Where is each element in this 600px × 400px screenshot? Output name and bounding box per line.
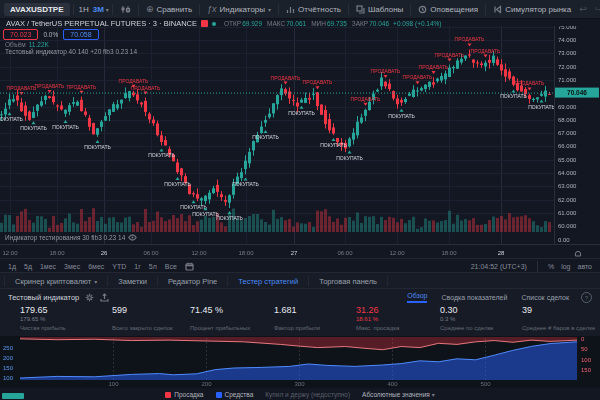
- fx-icon: ƒx: [207, 4, 217, 14]
- range-button[interactable]: 6мес: [88, 263, 104, 270]
- percent-scale-button[interactable]: %: [548, 263, 554, 270]
- reports-label: Отчётность: [298, 5, 341, 14]
- change-value: +0.098 (+0.14%): [393, 20, 441, 27]
- templates-label: Шаблоны: [368, 5, 403, 14]
- candlestick-style-icon[interactable]: [116, 4, 135, 15]
- strategy-tester-header: Тестовый индикатор ОбзорСводка показател…: [0, 288, 600, 306]
- strategy-title[interactable]: Тестовый индикатор: [8, 293, 79, 302]
- drawdown-label: Просадка: [174, 391, 203, 398]
- divider: [348, 4, 349, 15]
- range-button[interactable]: YTD: [112, 263, 126, 270]
- exchange-logo-icon: [201, 20, 208, 27]
- gear-icon[interactable]: [85, 293, 94, 302]
- interval-3m-button[interactable]: 3M: [91, 5, 106, 14]
- range-button[interactable]: 3мес: [64, 263, 80, 270]
- clock-label[interactable]: 21:04:52 (UTC+3): [471, 263, 527, 270]
- compare-label: Сравнить: [156, 5, 192, 14]
- equity-legend: Просадка Средства Купил и держу (недосту…: [0, 388, 600, 400]
- indicator-legend-bottom[interactable]: Индикатор тестирования 30 fib3 0.23 14: [5, 234, 137, 241]
- legend-drawdown[interactable]: Просадка: [165, 391, 203, 398]
- calendar-icon[interactable]: [185, 262, 194, 271]
- legend-buyhold-disabled: Купил и держу (недоступно): [265, 391, 350, 398]
- divider: [199, 4, 200, 15]
- ohlc-item: ЗАКР70.046: [352, 19, 389, 28]
- spread-value: 0.0%: [41, 31, 60, 38]
- ohlc-value: 70.061: [286, 20, 306, 27]
- chevron-down-icon: ▾: [94, 278, 97, 285]
- volume-legend[interactable]: Объём11.22K: [5, 41, 49, 48]
- panel-tab[interactable]: Тестер стратегий: [228, 276, 309, 286]
- stat-column: 599 Всего закрыто сделок: [112, 305, 190, 336]
- equity-swatch-icon: [216, 392, 222, 398]
- values-mode-select[interactable]: Абсолютные значения ▾: [362, 391, 435, 398]
- interval-1h-button[interactable]: 1H: [77, 5, 91, 14]
- auto-scale-button[interactable]: авто: [578, 263, 592, 270]
- range-button[interactable]: 1д: [8, 263, 16, 270]
- buy-price-button[interactable]: 70.058: [63, 29, 98, 40]
- panel-tab[interactable]: Торговая панель: [309, 276, 388, 286]
- drawdown-swatch-icon: [165, 392, 171, 398]
- equity-label: Средства: [225, 391, 254, 398]
- ohlc-item: МАКС70.061: [267, 19, 306, 28]
- order-panel: 70.023 0.0% 70.058: [3, 29, 99, 40]
- divider: [278, 4, 279, 15]
- market-status-dot: [212, 22, 216, 26]
- volume-value: 11.22K: [29, 41, 49, 48]
- templates-button[interactable]: Шаблоны: [352, 5, 407, 14]
- stat-subvalue: 0.3 %: [440, 316, 522, 323]
- chevron-down-icon: ▾: [268, 6, 271, 13]
- panel-tab[interactable]: Скринер криптовалют▾: [4, 276, 108, 286]
- divider: [485, 4, 486, 15]
- indicators-button[interactable]: ƒxИндикаторы▾: [203, 4, 275, 14]
- tester-tab[interactable]: Список сделок: [521, 294, 569, 301]
- bar-chart-icon: [286, 5, 295, 14]
- stat-label: Чистая прибыль: [20, 324, 112, 332]
- stat-value: 0.30: [440, 305, 522, 316]
- main-price-chart[interactable]: [0, 26, 600, 258]
- stat-column: 71.45 % Процент прибыльных: [190, 305, 274, 336]
- range-button[interactable]: 1г: [134, 263, 140, 270]
- status-badge[interactable]: [2, 393, 24, 399]
- alarm-clock-icon: [418, 5, 427, 14]
- log-scale-button[interactable]: log: [561, 263, 570, 270]
- redo-icon[interactable]: ↪: [591, 4, 600, 14]
- stat-label: Процент прибыльных: [190, 324, 274, 332]
- panel-tab[interactable]: Редактор Pine: [158, 276, 228, 286]
- range-button[interactable]: 5л: [149, 263, 157, 270]
- ohlc-item: ОТКР69.929: [224, 19, 262, 28]
- stat-column: 1.681 Фактор прибыли: [274, 305, 356, 336]
- stat-value: 31.26: [356, 305, 440, 316]
- help-icon[interactable]: ?: [581, 292, 592, 303]
- stat-value: 179.65: [20, 305, 112, 316]
- indicator-legend-top[interactable]: Тестовый индикатор 40 140 +20 fib3 0.23 …: [5, 48, 137, 55]
- stat-subvalue: [522, 316, 600, 323]
- legend-equity[interactable]: Средства: [216, 391, 254, 398]
- undo-icon[interactable]: ↩: [575, 4, 591, 14]
- equity-curve-chart[interactable]: [0, 336, 600, 388]
- range-button[interactable]: 1мес: [40, 263, 56, 270]
- chevron-down-icon: ▾: [432, 392, 435, 398]
- range-button[interactable]: 5д: [24, 263, 32, 270]
- chevron-down-icon[interactable]: ▾: [106, 6, 109, 13]
- ohlc-value: 69.735: [327, 20, 347, 27]
- panel-tab[interactable]: Заметки: [108, 276, 158, 286]
- tradingview-window: AVAXUSDTPE 1H 3M ▾ ⊕Сравнить ƒxИндикатор…: [0, 0, 600, 400]
- range-button[interactable]: Все: [165, 263, 177, 270]
- sell-price-button[interactable]: 70.023: [3, 29, 38, 40]
- compare-button[interactable]: ⊕Сравнить: [142, 4, 196, 14]
- stat-label: Макс. просадка: [356, 324, 440, 332]
- alerts-label: Оповещения: [430, 5, 478, 14]
- replay-button[interactable]: Симулятор рынка: [489, 5, 575, 14]
- reports-button[interactable]: Отчётность: [282, 5, 345, 14]
- alerts-button[interactable]: Оповещения: [414, 5, 482, 14]
- stat-subvalue: [190, 316, 274, 323]
- eye-icon[interactable]: [128, 234, 137, 241]
- export-icon[interactable]: [100, 293, 109, 302]
- divider: [410, 4, 411, 15]
- ohlc-key: ОТКР: [224, 20, 241, 27]
- symbol-button[interactable]: AVAXUSDTPE: [4, 3, 70, 16]
- ohlc-key: ЗАКР: [352, 20, 368, 27]
- tester-tab[interactable]: Обзор: [407, 292, 427, 303]
- tester-tab[interactable]: Сводка показателей: [441, 294, 507, 301]
- symbol-title[interactable]: AVAX / TetherUS PERPETUAL FUTURES · 3 · …: [6, 19, 197, 28]
